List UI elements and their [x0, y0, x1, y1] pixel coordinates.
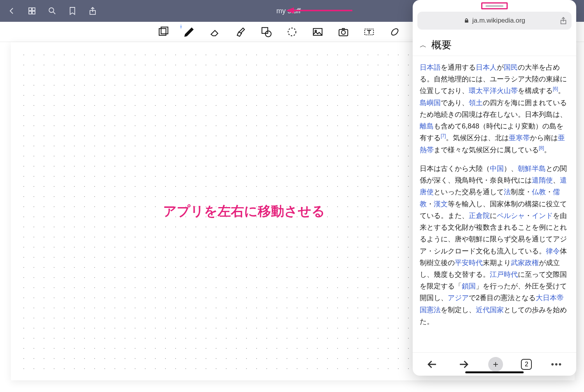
- citation-ref[interactable]: [7]: [441, 133, 446, 139]
- svg-rect-0: [29, 8, 32, 11]
- text-run: まで様々な気候区分に属している: [434, 146, 539, 154]
- camera-tool-icon[interactable]: [338, 26, 349, 38]
- wiki-link[interactable]: 近代国家: [476, 306, 504, 314]
- wiki-link[interactable]: 島嶼国: [420, 99, 441, 107]
- lasso-tool-icon[interactable]: [286, 26, 298, 38]
- wiki-link[interactable]: 国民: [504, 63, 518, 71]
- eraser-tool-icon[interactable]: [209, 26, 221, 38]
- wiki-link[interactable]: アジア: [448, 294, 469, 302]
- svg-rect-3: [32, 11, 35, 14]
- text-run: ）、: [504, 165, 518, 172]
- wiki-link[interactable]: 中国: [490, 165, 504, 172]
- article-paragraph: 日本は古くから大陸（中国）、朝鮮半島との関係が深く、飛鳥時代・奈良時代には遣隋使…: [420, 163, 569, 327]
- svg-point-17: [391, 27, 399, 36]
- link-tool-icon[interactable]: [389, 26, 401, 38]
- text-run: で2番目の憲法となる: [469, 294, 536, 302]
- wiki-link[interactable]: 環太平洋火山帯: [469, 87, 518, 95]
- bluetooth-indicator-icon: ᚼ: [179, 24, 183, 30]
- text-run: を通用する: [441, 63, 476, 71]
- text-run: ・: [546, 188, 553, 196]
- shape-tool-icon[interactable]: [260, 26, 272, 38]
- slide-over-panel: 🔒︎ ja.m.wikipedia.org ︿ 概要 日本語を通用する日本人が国…: [413, 0, 576, 376]
- text-run: に: [490, 212, 497, 220]
- browser-back-icon[interactable]: [426, 358, 439, 371]
- share-icon[interactable]: [88, 6, 97, 16]
- text-run: 制度・: [511, 188, 532, 196]
- image-tool-icon[interactable]: [312, 26, 324, 38]
- text-run: が: [497, 63, 504, 71]
- grid-icon[interactable]: [27, 6, 37, 16]
- search-icon[interactable]: [47, 6, 57, 16]
- home-indicator[interactable]: [465, 371, 524, 373]
- svg-rect-7: [159, 28, 166, 35]
- wiki-link[interactable]: 領土: [469, 99, 483, 107]
- browser-menu-icon[interactable]: •••: [550, 358, 563, 371]
- chevron-up-icon: ︿: [420, 40, 427, 50]
- wiki-link[interactable]: 武家政権: [511, 259, 539, 267]
- section-heading: 概要: [431, 38, 452, 52]
- text-run: ・: [427, 200, 434, 208]
- svg-point-10: [266, 31, 271, 37]
- highlighter-tool-icon[interactable]: [235, 26, 246, 38]
- article-section-header[interactable]: ︿ 概要: [413, 33, 576, 56]
- svg-point-11: [288, 28, 296, 36]
- text-run: であり、: [441, 99, 469, 107]
- text-tool-icon[interactable]: [363, 26, 375, 38]
- tab-switcher-button[interactable]: 2: [521, 359, 532, 370]
- tab-count: 2: [525, 361, 528, 368]
- annotation-text: アプリを左右に移動させる: [163, 202, 325, 220]
- top-left-group: [7, 6, 97, 16]
- url-text: ja.m.wikipedia.org: [472, 17, 525, 25]
- text-run: 末期より: [483, 259, 511, 267]
- citation-ref[interactable]: [6]: [553, 86, 558, 91]
- article-body[interactable]: 日本語を通用する日本人が国民の大半を占める。自然地理的には、ユーラシア大陸の東縁…: [413, 56, 576, 352]
- wiki-link[interactable]: インド: [532, 212, 553, 220]
- wiki-link[interactable]: 日本人: [476, 63, 497, 71]
- text-run: といった交易を通して: [434, 188, 504, 196]
- grab-handle-area[interactable]: [413, 0, 576, 12]
- wiki-link[interactable]: 遣隋使: [532, 176, 553, 184]
- text-run: を構成する: [518, 87, 553, 95]
- annotation-arrow-icon: [286, 7, 352, 14]
- svg-point-15: [341, 30, 345, 34]
- text-run: 、: [553, 176, 560, 184]
- annotation-highlight-box: [481, 2, 508, 9]
- pen-tool-icon[interactable]: ᚼ: [183, 26, 195, 38]
- wiki-link[interactable]: 離島: [420, 122, 434, 130]
- svg-rect-1: [32, 8, 35, 11]
- back-icon[interactable]: [7, 6, 16, 16]
- bookmark-icon[interactable]: [68, 6, 77, 16]
- share-icon[interactable]: [559, 16, 568, 25]
- text-run: ・: [525, 212, 532, 220]
- page-template-icon[interactable]: [158, 26, 169, 38]
- citation-ref[interactable]: [8]: [539, 145, 544, 151]
- wiki-link[interactable]: ペルシャ: [497, 212, 525, 220]
- svg-line-5: [53, 12, 55, 14]
- browser-forward-icon[interactable]: [457, 358, 470, 371]
- text-run: 。: [544, 146, 551, 154]
- wiki-link[interactable]: 漢文: [434, 200, 448, 208]
- text-run: 。気候区分は、北は: [446, 134, 509, 142]
- wiki-link[interactable]: 正倉院: [469, 212, 490, 220]
- text-run: から南は: [530, 134, 558, 142]
- wiki-link[interactable]: 亜寒帯: [509, 134, 530, 142]
- svg-marker-19: [286, 7, 294, 14]
- article-paragraph: 日本語を通用する日本人が国民の大半を占める。自然地理的には、ユーラシア大陸の東縁…: [420, 62, 569, 156]
- svg-rect-2: [29, 11, 32, 14]
- wiki-link[interactable]: 律令: [546, 247, 560, 255]
- text-run: 日本は古くから大陸（: [420, 165, 490, 172]
- svg-rect-8: [161, 27, 168, 34]
- wiki-link[interactable]: 江戸時代: [490, 271, 518, 278]
- svg-rect-9: [262, 27, 268, 33]
- wiki-link[interactable]: 法: [504, 188, 511, 196]
- text-run: を制定し、: [441, 306, 476, 314]
- multitask-menu-icon[interactable]: ⋯: [576, 7, 584, 16]
- wiki-link[interactable]: 仏教: [532, 188, 546, 196]
- lock-icon: 🔒︎: [464, 18, 469, 24]
- wiki-link[interactable]: 朝鮮半島: [518, 165, 546, 172]
- address-bar[interactable]: 🔒︎ ja.m.wikipedia.org: [417, 12, 572, 30]
- new-tab-button[interactable]: +: [488, 357, 503, 372]
- wiki-link[interactable]: 平安時代: [455, 259, 483, 267]
- wiki-link[interactable]: 日本語: [420, 63, 441, 71]
- wiki-link[interactable]: 鎖国: [462, 282, 476, 290]
